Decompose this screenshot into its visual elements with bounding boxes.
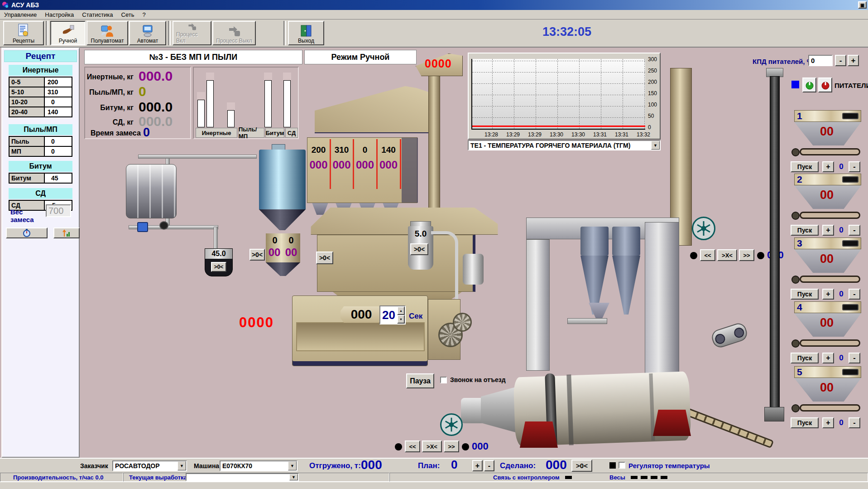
feeder-minus-button[interactable]: - xyxy=(849,417,860,428)
pause-button[interactable]: Пауза xyxy=(406,373,434,388)
semiauto-mode-button[interactable]: Полуавтомат xyxy=(86,21,128,45)
drum-support-front xyxy=(520,421,558,448)
temp-reg-label: Регулятор температуры xyxy=(628,462,710,470)
menu-item-statistics[interactable]: Статистика xyxy=(78,10,117,19)
drum-forward-button[interactable]: >> xyxy=(444,441,459,452)
menu-item-settings[interactable]: Настройка xyxy=(41,10,78,19)
performance-panel: Производительность, т/час 0.0 xyxy=(0,473,123,482)
feeder-minus-button[interactable]: - xyxy=(849,289,860,300)
feeder-damper-indicator[interactable] xyxy=(842,304,858,310)
row-value[interactable]: 45 xyxy=(45,174,72,183)
chevron-down-icon[interactable]: ▼ xyxy=(177,461,186,470)
plan-plus-button[interactable]: + xyxy=(472,460,483,471)
feeder-damper-indicator[interactable] xyxy=(842,369,858,375)
mixer-timer-value[interactable]: 20 xyxy=(380,306,397,324)
row-label: Пыль xyxy=(10,137,45,146)
row-value[interactable]: 0 xyxy=(45,137,72,146)
feeder-damper-indicator[interactable] xyxy=(842,113,858,119)
additive-tank-zero-button[interactable]: >0< xyxy=(410,243,428,255)
drum-reverse-button[interactable]: << xyxy=(405,441,420,452)
row-value[interactable]: 310 xyxy=(45,87,72,97)
batch-weight-field[interactable]: 700 xyxy=(46,204,71,217)
feeder-plus-button[interactable]: + xyxy=(822,289,834,300)
menu-item-help[interactable]: ? xyxy=(138,10,149,19)
feeder-start-button[interactable]: Пуск xyxy=(791,353,819,363)
kpd-input[interactable]: 0 xyxy=(808,55,833,66)
temp-reg-checkbox[interactable] xyxy=(619,462,625,469)
feeder-plus-button[interactable]: + xyxy=(822,417,834,428)
feeder-start-button[interactable]: Пуск xyxy=(791,225,819,236)
system-menu-button[interactable]: ▣ xyxy=(858,1,867,9)
row-value[interactable]: 200 xyxy=(45,77,72,87)
mixer-timer-spinner[interactable]: 20 ▲ ▼ xyxy=(379,305,406,324)
feeders-on-button[interactable] xyxy=(802,77,816,92)
big-hopper-zero-button[interactable]: >0< xyxy=(316,252,333,264)
x-tick: 13:30 xyxy=(547,131,566,138)
dust-kg-value: 0 xyxy=(139,84,146,99)
manual-mode-button[interactable]: Ручной xyxy=(50,21,86,45)
exhaust-stop-button[interactable]: >X< xyxy=(717,249,737,261)
feeder-number: 3 xyxy=(795,238,842,249)
process-off-button: Процесс Выкл xyxy=(212,21,256,45)
additive-tank-value: 5.0 xyxy=(408,229,433,239)
menu-item-network[interactable]: Сеть xyxy=(117,10,139,19)
timer-up-button[interactable]: ▲ xyxy=(397,306,405,315)
plan-minus-button[interactable]: - xyxy=(484,460,494,471)
row-value[interactable]: 0 xyxy=(45,97,72,107)
exhaust-reverse-button[interactable]: << xyxy=(700,249,715,261)
process-off-label: Процесс Выкл xyxy=(216,38,252,44)
feeder-damper-indicator[interactable] xyxy=(842,240,858,247)
kpd-plus-button[interactable]: + xyxy=(848,55,859,66)
customer-select[interactable]: РОСАВТОДОР ▼ xyxy=(112,460,187,471)
row-value[interactable]: 0 xyxy=(45,147,72,156)
machine-select[interactable]: Е070КХ70 ▼ xyxy=(220,460,297,471)
recipes-button[interactable]: Рецепты xyxy=(3,21,44,45)
feeders-off-button[interactable] xyxy=(818,77,832,92)
scale-indicator-1 xyxy=(631,476,638,479)
mixer-body xyxy=(292,295,428,366)
chevron-down-icon[interactable]: ▼ xyxy=(651,141,660,150)
valve-black[interactable] xyxy=(159,221,168,230)
feeder-rate: 0 xyxy=(838,162,845,171)
feeder-start-button[interactable]: Пуск xyxy=(791,417,819,428)
current-output-select[interactable]: ▼ xyxy=(186,473,299,481)
chevron-down-icon[interactable]: ▼ xyxy=(289,474,298,480)
feeder-minus-button[interactable]: - xyxy=(849,353,860,363)
kpd-minus-button[interactable]: - xyxy=(835,55,846,66)
bitumen-weigher-zero-button[interactable]: >0< xyxy=(211,262,226,272)
feeder-minus-button[interactable]: - xyxy=(849,225,860,236)
dust-kg-label: Пыль/МП, кг xyxy=(89,88,134,97)
menu-item-control[interactable]: Управление xyxy=(0,10,41,19)
small-weigher-zero-button[interactable]: >0< xyxy=(249,249,265,261)
exit-button[interactable]: Выход xyxy=(288,21,324,45)
feeder-start-button[interactable]: Пуск xyxy=(791,289,819,300)
exhaust-forward-button[interactable]: >> xyxy=(739,249,754,261)
feeder-plus-button[interactable]: + xyxy=(822,161,834,172)
feeder-minus-button[interactable]: - xyxy=(849,161,860,172)
small-weigher-top-right: 0 xyxy=(285,235,297,246)
timer-button[interactable] xyxy=(6,228,48,238)
row-value[interactable]: 140 xyxy=(45,107,72,116)
feeder-start-button[interactable]: Пуск xyxy=(791,161,819,172)
valve-blue[interactable] xyxy=(137,222,148,232)
cyclone-1-body xyxy=(580,227,609,256)
plan-value: 0 xyxy=(451,458,457,472)
trend-channel-selector[interactable]: ТЕ1 - ТЕМПЕРАТУРА ГОРЯЧЕГО МАТЕРИАЛА (ТГ… xyxy=(468,140,661,150)
timer-down-button[interactable]: ▼ xyxy=(397,315,405,324)
statistics-button[interactable] xyxy=(53,228,80,238)
feeder-plus-button[interactable]: + xyxy=(822,353,834,363)
done-zero-button[interactable]: >0< xyxy=(571,460,592,472)
bell-checkbox[interactable] xyxy=(440,377,447,383)
customer-value: РОСАВТОДОР xyxy=(113,462,177,470)
feeder-5: 5 00 Пуск + 0 - xyxy=(788,366,866,430)
feeder-weight: 00 xyxy=(788,252,866,266)
chevron-down-icon[interactable]: ▼ xyxy=(288,461,297,470)
feeder-plus-button[interactable]: + xyxy=(822,225,834,236)
feeder-conveyor xyxy=(800,148,860,155)
auto-mode-button[interactable]: Автомат xyxy=(129,21,166,45)
feeder-damper-indicator[interactable] xyxy=(842,176,858,183)
row-label: МП xyxy=(10,147,45,156)
sd-dosing-tank xyxy=(463,254,484,285)
drum-stop-button[interactable]: >X< xyxy=(422,441,442,452)
temp-reg-status-square xyxy=(609,462,616,469)
